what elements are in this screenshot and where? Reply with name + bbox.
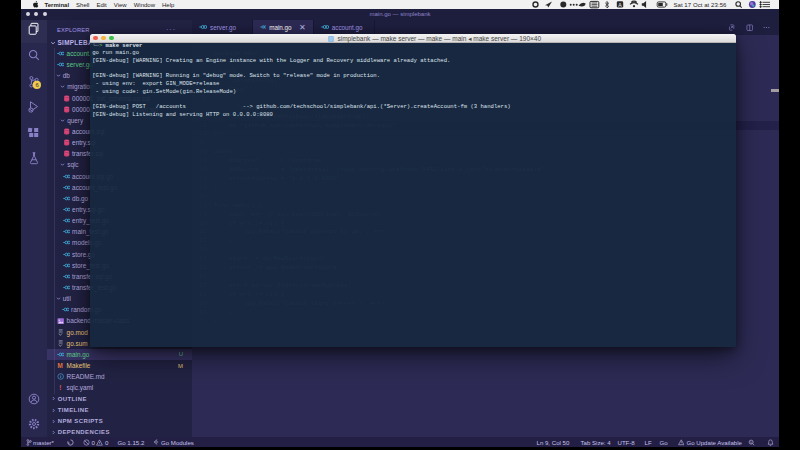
- svg-text:Sat 17 Oct at 23:56: Sat 17 Oct at 23:56: [673, 2, 727, 8]
- svg-text:M: M: [58, 362, 63, 369]
- svg-text:!: !: [59, 384, 61, 391]
- svg-text:A: A: [618, 2, 622, 8]
